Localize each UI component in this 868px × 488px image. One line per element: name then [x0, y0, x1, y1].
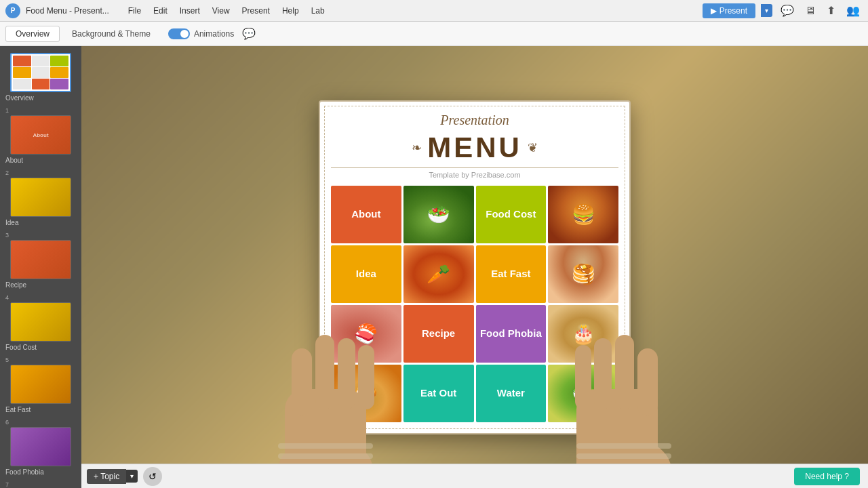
svg-rect-14 — [575, 345, 591, 409]
sidebar-item-foodphobia[interactable]: 6 Food Phobia — [0, 416, 81, 479]
cell-about[interactable]: About — [331, 186, 401, 243]
left-hand-icon — [271, 281, 420, 488]
thumb-foodphobia — [10, 427, 71, 466]
thumb-recipe — [10, 240, 71, 279]
undo-button[interactable]: ↺ — [143, 467, 162, 486]
right-hand-icon — [529, 281, 678, 488]
window-title: Food Menu - Present... — [26, 6, 109, 16]
tab-background-theme[interactable]: Background & Theme — [62, 26, 160, 41]
cell-img-salad: 🥗 — [403, 186, 474, 243]
menu-file[interactable]: File — [123, 5, 146, 17]
cell-img-burger: 🍔 — [548, 186, 618, 243]
sidebar-item-recipe[interactable]: 3 Recipe — [0, 229, 81, 291]
sidebar-label-recipe: Recipe — [5, 281, 26, 289]
sidebar-item-water[interactable]: 7 Water — [0, 479, 81, 488]
tab-overview[interactable]: Overview — [5, 26, 60, 42]
cell-eatout-label: Eat Out — [418, 384, 459, 402]
add-topic-dropdown[interactable]: ▾ — [126, 470, 138, 483]
bottom-bar: + Topic ▾ ↺ Need help ? — [81, 464, 868, 488]
svg-rect-5 — [358, 345, 374, 409]
slide-panel: Overview 1 About About 2 Idea 3 Recipe 4… — [0, 46, 81, 488]
menu-help[interactable]: Help — [277, 5, 304, 17]
sidebar-item-foodcost[interactable]: 4 Food Cost — [0, 291, 81, 354]
menu-present[interactable]: Present — [237, 5, 275, 17]
sidebar-label-idea: Idea — [5, 219, 18, 226]
present-button[interactable]: ▶ Present — [703, 3, 755, 18]
svg-rect-16 — [576, 453, 671, 459]
chat-icon[interactable]: 💬 — [778, 3, 797, 18]
sidebar-label-foodphobia: Food Phobia — [5, 468, 44, 476]
cell-about-label: About — [349, 205, 383, 223]
present-dropdown-arrow[interactable]: ▾ — [761, 4, 772, 17]
sidebar-item-about[interactable]: 1 About About — [0, 104, 81, 167]
sidebar-label-overview: Overview — [5, 94, 34, 102]
sidebar-item-idea[interactable]: 2 Idea — [0, 167, 81, 229]
ornament-left: ❧ — [412, 140, 422, 155]
hands-menu-visual: Presentation ❧ MENU ❦ Template by Prezib… — [251, 57, 698, 477]
canvas-area[interactable]: Presentation ❧ MENU ❦ Template by Prezib… — [81, 46, 868, 488]
thumb-idea — [10, 178, 71, 217]
sidebar-label-about: About — [5, 157, 23, 164]
cell-foodcost-label: Food Cost — [483, 205, 538, 223]
screen-icon[interactable]: 🖥 — [802, 3, 818, 18]
menu-header: Presentation ❧ MENU ❦ Template by Prezib… — [331, 113, 618, 179]
toggle-thumb — [180, 30, 189, 38]
help-button[interactable]: Need help ? — [794, 468, 860, 485]
sidebar-label-foodcost: Food Cost — [5, 344, 37, 351]
main-area: Overview 1 About About 2 Idea 3 Recipe 4… — [0, 46, 868, 488]
thumb-about: About — [10, 115, 71, 155]
cell-foodcost[interactable]: Food Cost — [476, 186, 547, 243]
svg-rect-15 — [576, 443, 671, 449]
thumb-foodcost — [10, 302, 71, 342]
comment-icon[interactable]: 💬 — [239, 26, 258, 41]
menu-title: MENU — [427, 134, 522, 162]
cell-water-label: Water — [494, 384, 528, 402]
menu-edit[interactable]: Edit — [148, 5, 173, 17]
svg-rect-13 — [594, 338, 612, 409]
menu-bar: File Edit Insert View Present Help Lab — [123, 5, 330, 17]
add-topic-button[interactable]: + Topic — [87, 469, 126, 484]
slide-num-6: 6 — [5, 419, 9, 426]
svg-rect-2 — [292, 348, 312, 416]
thumb-eatfast — [10, 365, 71, 404]
presentation-text: Presentation — [331, 113, 618, 128]
slide-num-5: 5 — [5, 357, 9, 363]
cell-eatfast-label: Eat Fast — [488, 265, 533, 283]
toolbar: Overview Background & Theme Animations 💬 — [0, 22, 868, 46]
sidebar-item-overview[interactable]: Overview — [0, 49, 81, 104]
thumb-overview — [10, 53, 71, 92]
sidebar-label-eatfast: Eat Fast — [5, 406, 31, 413]
toggle-track[interactable] — [168, 28, 190, 39]
animations-label: Animations — [194, 29, 234, 39]
slide-num-7: 7 — [5, 481, 9, 488]
svg-rect-4 — [338, 338, 355, 409]
sidebar-item-eatfast[interactable]: 5 Eat Fast — [0, 354, 81, 416]
svg-rect-11 — [637, 348, 658, 416]
slide-num-3: 3 — [5, 232, 9, 239]
slide-num-2: 2 — [5, 169, 9, 176]
template-credit: Template by Prezibase.com — [331, 171, 618, 179]
title-bar: P Food Menu - Present... File Edit Inser… — [0, 0, 868, 22]
share-icon[interactable]: ⬆ — [824, 3, 838, 18]
app-logo: P — [5, 3, 20, 18]
slide-num-1: 1 — [5, 107, 9, 114]
svg-rect-12 — [615, 335, 634, 409]
svg-rect-3 — [315, 335, 334, 409]
animations-toggle[interactable]: Animations — [168, 28, 234, 39]
menu-insert[interactable]: Insert — [174, 5, 205, 17]
slide-num-4: 4 — [5, 294, 9, 301]
ornament-right: ❦ — [528, 140, 538, 155]
cell-recipe-label: Recipe — [419, 325, 458, 342]
svg-rect-7 — [278, 453, 373, 459]
menu-view[interactable]: View — [207, 5, 235, 17]
users-icon[interactable]: 👥 — [844, 3, 863, 18]
titlebar-right: ▶ Present ▾ 💬 🖥 ⬆ 👥 — [703, 3, 863, 18]
svg-rect-6 — [278, 443, 373, 449]
menu-lab[interactable]: Lab — [306, 5, 330, 17]
decorative-line: ❧ MENU ❦ — [331, 131, 618, 165]
